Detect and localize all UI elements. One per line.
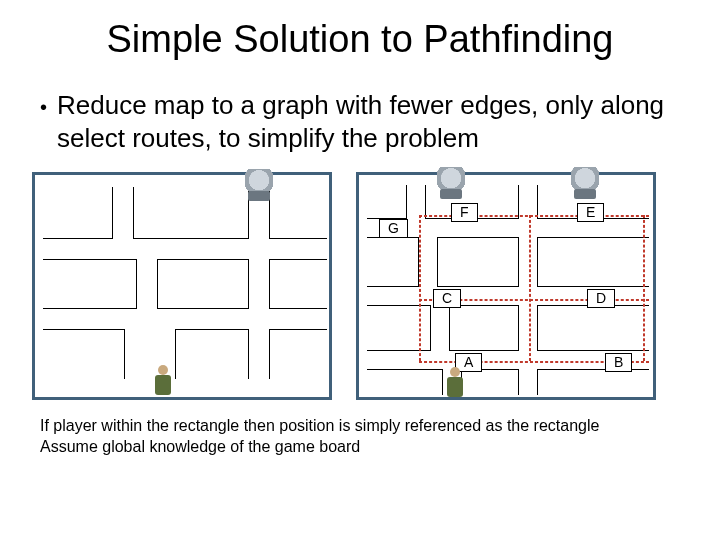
map-block [367,237,419,287]
map-block [175,329,249,379]
path-edge [643,215,645,361]
soldier-icon [149,365,177,397]
path-edge [419,215,421,361]
bullet-dot-icon: • [40,95,47,120]
map-block [537,237,649,287]
map-block [367,305,431,351]
map-block [43,259,137,309]
soldier-icon [441,367,469,399]
robot-icon [245,169,273,201]
slide-title: Simple Solution to Pathfinding [40,18,680,61]
graph-node-d: D [587,289,615,308]
graph-node-b: B [605,353,632,372]
maps-container: G F E C D A B [32,172,680,400]
map-block [43,187,113,239]
graph-node-c: C [433,289,461,308]
graph-node-f: F [451,203,478,222]
graph-node-e: E [577,203,604,222]
map-block [269,329,327,379]
bullet-text: Reduce map to a graph with fewer edges, … [57,89,680,154]
footnote-line: Assume global knowledge of the game boar… [40,437,680,458]
footnote-line: If player within the rectangle then posi… [40,416,680,437]
map-block [367,185,407,219]
map-block [157,259,249,309]
footnote: If player within the rectangle then posi… [40,416,680,458]
map-block [43,329,125,379]
path-edge [529,215,531,361]
map-block [269,187,327,239]
map-block [461,369,519,395]
map-block [269,259,327,309]
graph-node-g: G [379,219,408,238]
map-block [437,237,519,287]
map-block [537,305,649,351]
bullet-item: • Reduce map to a graph with fewer edges… [40,89,680,154]
map-block [133,187,249,239]
map-right: G F E C D A B [356,172,656,400]
map-block [367,369,443,395]
robot-icon [571,167,599,199]
map-block [537,369,649,395]
robot-icon [437,167,465,199]
map-block [449,305,519,351]
map-left [32,172,332,400]
